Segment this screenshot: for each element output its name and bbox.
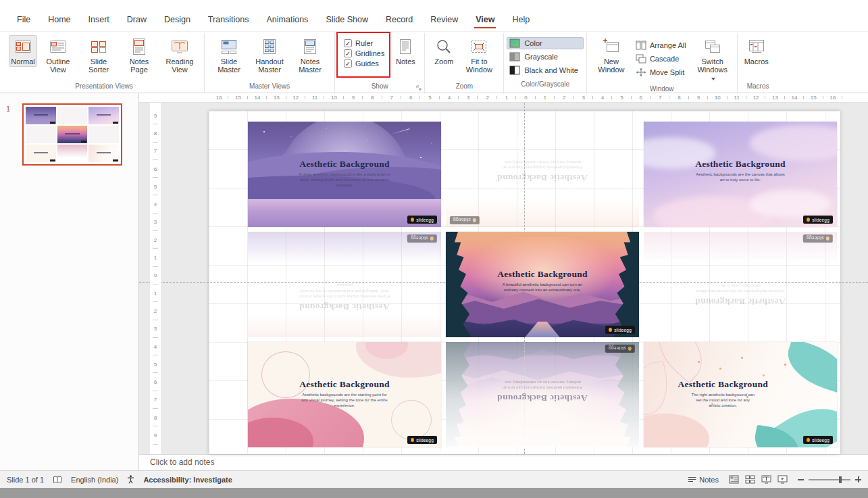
cascade-button[interactable]: Cascade xyxy=(634,53,690,65)
tab-draw[interactable]: Draw xyxy=(118,9,155,31)
slide-subtitle: Aesthetic backgrounds are the starting p… xyxy=(259,392,430,409)
ruler-number: 2 xyxy=(555,93,573,102)
slide-surface[interactable]: Aesthetic Background A great aesthetic b… xyxy=(209,111,840,454)
tab-transitions[interactable]: Transitions xyxy=(199,9,258,31)
fit-to-window-button[interactable]: Fit to Window xyxy=(459,35,499,76)
slide-design-night[interactable]: Aesthetic Background A great aesthetic b… xyxy=(248,122,441,227)
slide-design-clouds[interactable]: Aesthetic Background Aesthetic backgroun… xyxy=(644,122,837,227)
ruler-number: 8 xyxy=(669,93,688,102)
tab-help[interactable]: Help xyxy=(503,9,538,31)
ruler-number: 4 xyxy=(150,338,161,355)
notes-master-icon xyxy=(301,38,319,55)
slide-1-thumbnail[interactable] xyxy=(22,103,122,166)
notes-master-button[interactable]: Notes Master xyxy=(290,35,330,76)
button-label: Outline View xyxy=(41,57,76,74)
zoom-slider[interactable] xyxy=(809,479,850,480)
grayscale-button[interactable]: Grayscale xyxy=(507,51,583,63)
checkbox-label: Guides xyxy=(355,59,379,68)
outline-view-button[interactable]: Outline View xyxy=(39,35,78,76)
egg-icon xyxy=(609,328,612,332)
tab-design[interactable]: Design xyxy=(155,9,199,31)
slide-design-reflection-bottom[interactable]: Aesthetic Background A beautiful aesthet… xyxy=(446,342,639,447)
notes-toggle[interactable]: Notes xyxy=(688,476,719,484)
notes-pane[interactable]: Click to add notes xyxy=(139,454,868,470)
ruler-number: 3 xyxy=(150,214,161,231)
accessibility-icon[interactable] xyxy=(127,475,134,484)
slide-indicator[interactable]: Slide 1 of 1 xyxy=(7,476,44,484)
group-caption: Zoom xyxy=(426,81,502,93)
chevron-down-icon xyxy=(711,78,715,80)
ruler-number: 5 xyxy=(612,93,631,102)
slide-subtitle: The right aesthetic background can set t… xyxy=(651,392,794,409)
ruler-number: 7 xyxy=(150,391,161,409)
ruler-number: 8 xyxy=(363,93,382,102)
cascade-icon xyxy=(636,54,646,64)
reading-view-button[interactable]: Reading View xyxy=(160,35,199,76)
slide-design-reflection-top[interactable]: Aesthetic Background A beautiful aesthet… xyxy=(446,122,639,227)
ruler-number: 6 xyxy=(150,373,161,391)
ruler-checkbox[interactable]: Ruler xyxy=(344,39,384,47)
ruler-number: 5 xyxy=(150,178,161,195)
tab-slide-show[interactable]: Slide Show xyxy=(317,9,377,31)
normal-view-icon xyxy=(14,38,32,55)
tab-record[interactable]: Record xyxy=(377,9,422,31)
guides-checkbox[interactable]: Guides xyxy=(344,59,384,68)
reflected-text-block: Aesthetic Background A beautiful aesthet… xyxy=(457,159,628,183)
ruler-number: 2 xyxy=(478,93,496,102)
macros-button[interactable]: Macros xyxy=(742,35,771,67)
normal-view-button[interactable]: Normal xyxy=(9,35,37,67)
tab-file[interactable]: File xyxy=(8,9,39,31)
button-label: Notes Page xyxy=(122,57,157,74)
status-reading-view-button[interactable] xyxy=(761,475,771,484)
spellcheck-icon[interactable] xyxy=(53,476,62,484)
slide-design-reflection-right[interactable]: Aesthetic Background Aesthetic backgroun… xyxy=(644,232,837,337)
button-label: Fit to Window xyxy=(461,57,496,74)
tab-home[interactable]: Home xyxy=(39,9,79,31)
tab-animations[interactable]: Animations xyxy=(258,9,317,31)
tab-view[interactable]: View xyxy=(467,9,503,31)
status-slide-sorter-button[interactable] xyxy=(745,475,755,484)
tab-insert[interactable]: Insert xyxy=(80,9,118,31)
notes-page-button[interactable]: Notes Page xyxy=(120,35,159,76)
tab-review[interactable]: Review xyxy=(422,9,467,31)
vertical-ruler: 9876543210123456789 xyxy=(150,103,161,454)
notes-page-icon xyxy=(130,38,148,55)
notes-button[interactable]: Notes xyxy=(391,35,419,67)
color-button[interactable]: Color xyxy=(507,37,583,49)
slide-design-reflection-left[interactable]: Aesthetic Background A great aesthetic b… xyxy=(248,232,441,337)
slide-title: Aesthetic Background xyxy=(259,379,430,390)
show-dialog-launcher-icon[interactable] xyxy=(416,85,422,91)
thumbnail-mini-reflection xyxy=(57,145,88,162)
ribbon-tab-bar: FileHomeInsertDrawDesignTransitionsAnima… xyxy=(0,0,868,32)
slide-subtitle: A great aesthetic background is like a w… xyxy=(259,172,430,189)
slide-design-leaves[interactable]: Aesthetic Background The right aesthetic… xyxy=(644,342,837,447)
new-window-button[interactable]: New Window xyxy=(592,35,631,76)
switch-windows-icon xyxy=(704,38,721,55)
status-normal-view-button[interactable] xyxy=(729,475,739,484)
ruler-number: 6 xyxy=(150,160,161,178)
slide-title: Aesthetic Background xyxy=(651,379,794,390)
accessibility-status[interactable]: Accessibility: Investigate xyxy=(143,476,232,484)
switch-windows-button[interactable]: Switch Windows xyxy=(693,35,732,84)
zoom-in-icon[interactable] xyxy=(855,476,861,482)
slide-sorter-button[interactable]: Slide Sorter xyxy=(79,35,118,76)
black-and-white-button[interactable]: Black and White xyxy=(507,64,583,76)
zoom-out-icon[interactable] xyxy=(798,479,804,480)
language-indicator[interactable]: English (India) xyxy=(71,476,118,484)
slide-thumbnail-panel: 1 xyxy=(0,93,139,470)
slide-design-cream[interactable]: Aesthetic Background Aesthetic backgroun… xyxy=(248,342,441,447)
slide-design-sunset[interactable]: Aesthetic Background A beautiful aesthet… xyxy=(446,232,639,337)
ruler-number: 5 xyxy=(420,93,439,102)
ruler-number: 0 xyxy=(516,93,535,102)
status-slide-show-button[interactable] xyxy=(777,475,788,484)
slide-master-button[interactable]: Slide Master xyxy=(209,35,249,76)
zoom-button[interactable]: Zoom xyxy=(430,35,458,67)
arrange-all-button[interactable]: Arrange All xyxy=(634,39,690,51)
ruler-number: 6 xyxy=(632,93,650,102)
gridlines-checkbox[interactable]: Gridlines xyxy=(344,49,384,57)
zoom-slider-thumb[interactable] xyxy=(839,476,842,483)
move-split-button[interactable]: Move Split xyxy=(634,66,690,78)
slide-title: Aesthetic Background xyxy=(259,159,430,170)
thumbnail-mini-leaves xyxy=(88,145,119,162)
handout-master-button[interactable]: Handout Master xyxy=(250,35,289,76)
